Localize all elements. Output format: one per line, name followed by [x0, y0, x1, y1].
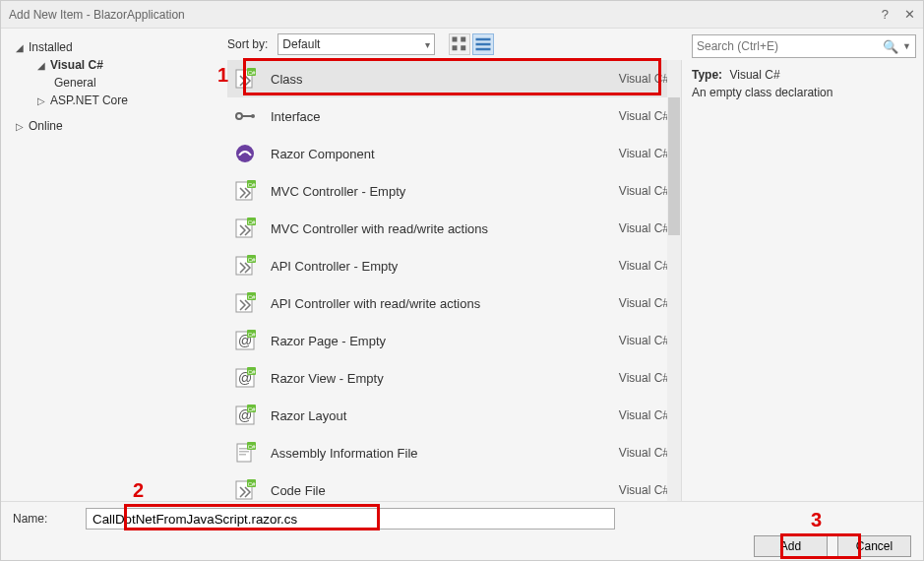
- name-row: Name:: [13, 508, 911, 530]
- grid-icon: [450, 32, 469, 56]
- svg-text:C#: C#: [248, 257, 256, 263]
- template-item[interactable]: C#API Controller - EmptyVisual C#: [227, 247, 681, 284]
- file-icon: C#: [233, 441, 257, 465]
- close-icon[interactable]: ✕: [904, 7, 915, 22]
- razor-at-icon: @C#: [233, 366, 257, 390]
- window-title: Add New Item - BlazorApplication: [9, 8, 882, 22]
- template-lang: Visual C#: [619, 259, 669, 273]
- tree-installed[interactable]: ◢ Installed: [13, 38, 216, 56]
- svg-point-12: [251, 114, 255, 118]
- template-lang: Visual C#: [619, 408, 669, 422]
- svg-rect-6: [476, 48, 491, 51]
- category-tree: ◢ Installed ◢ Visual C# General ▷ ASP.NE…: [1, 29, 227, 503]
- razor-at-icon: @C#: [233, 329, 257, 352]
- help-icon[interactable]: ?: [882, 7, 889, 22]
- titlebar: Add New Item - BlazorApplication ? ✕: [1, 1, 923, 29]
- scrollbar[interactable]: [667, 60, 681, 503]
- template-lang: Visual C#: [619, 483, 669, 497]
- bottom-bar: Name: Add Cancel: [1, 501, 923, 560]
- class-icon: C#: [233, 254, 257, 278]
- svg-text:C#: C#: [248, 294, 256, 300]
- search-input[interactable]: [697, 39, 883, 53]
- list-view-button[interactable]: [472, 33, 494, 55]
- svg-rect-0: [453, 37, 458, 42]
- grid-view-button[interactable]: [449, 33, 470, 55]
- template-item[interactable]: @C#Razor LayoutVisual C#: [227, 397, 681, 434]
- svg-rect-2: [453, 45, 458, 50]
- svg-rect-3: [462, 45, 466, 50]
- template-item[interactable]: C#Assembly Information FileVisual C#: [227, 434, 681, 471]
- template-lang: Visual C#: [619, 184, 669, 198]
- name-input[interactable]: [86, 508, 615, 530]
- template-item[interactable]: C#API Controller with read/write actions…: [227, 284, 681, 322]
- template-name: Razor Component: [271, 147, 619, 161]
- template-lang: Visual C#: [619, 109, 669, 123]
- titlebar-controls: ? ✕: [882, 7, 915, 22]
- svg-text:C#: C#: [248, 70, 256, 76]
- class-icon: C#: [233, 217, 257, 240]
- template-lang: Visual C#: [619, 296, 669, 310]
- tree-online[interactable]: ▷ Online: [13, 117, 216, 135]
- buttons-row: Add Cancel: [13, 535, 911, 557]
- template-name: Assembly Information File: [271, 446, 619, 461]
- tree-visual-cs[interactable]: ◢ Visual C#: [13, 56, 216, 74]
- template-name: MVC Controller with read/write actions: [271, 221, 619, 236]
- svg-rect-5: [476, 43, 491, 46]
- tree-label-installed: Installed: [27, 40, 73, 54]
- class-icon: C#: [233, 291, 257, 315]
- template-name: Razor View - Empty: [271, 371, 619, 386]
- template-item[interactable]: @C#Razor Page - EmptyVisual C#: [227, 322, 681, 359]
- template-name: Razor Page - Empty: [271, 334, 619, 348]
- type-value: Visual C#: [729, 68, 779, 82]
- center-panel: Sort by: Default ▾ C#ClassVisual C#Inter…: [227, 29, 682, 503]
- chevron-down-icon[interactable]: ▼: [902, 41, 911, 51]
- sort-by-dropdown[interactable]: Default ▾: [277, 33, 435, 55]
- view-buttons: [449, 33, 494, 55]
- tree-aspnet[interactable]: ▷ ASP.NET Core: [13, 92, 216, 109]
- template-item[interactable]: InterfaceVisual C#: [227, 97, 681, 135]
- template-lang: Visual C#: [619, 221, 669, 235]
- template-name: API Controller with read/write actions: [271, 296, 619, 311]
- list-icon: [473, 32, 493, 56]
- add-button[interactable]: Add: [754, 535, 828, 557]
- class-icon: C#: [233, 478, 257, 502]
- tree-label-general: General: [52, 76, 96, 90]
- template-lang: Visual C#: [619, 72, 669, 86]
- tree-label-online: Online: [27, 119, 63, 133]
- template-name: Interface: [271, 109, 619, 124]
- template-lang: Visual C#: [619, 446, 669, 460]
- tree-label-aspnet: ASP.NET Core: [48, 94, 128, 107]
- template-list[interactable]: C#ClassVisual C#InterfaceVisual C#Razor …: [227, 60, 682, 503]
- svg-rect-1: [462, 37, 466, 42]
- search-icon[interactable]: 🔍: [883, 39, 898, 54]
- svg-point-10: [236, 113, 242, 119]
- class-icon: C#: [233, 179, 257, 203]
- tree-general[interactable]: General: [13, 74, 216, 92]
- search-box[interactable]: 🔍 ▼: [692, 34, 916, 58]
- detail-description: An empty class declaration: [692, 86, 913, 99]
- template-item[interactable]: C#MVC Controller with read/write actions…: [227, 210, 681, 247]
- toolbar: Sort by: Default ▾: [227, 29, 682, 60]
- scrollbar-thumb[interactable]: [668, 97, 680, 235]
- svg-text:C#: C#: [248, 219, 256, 225]
- chevron-right-icon: ▷: [34, 95, 48, 106]
- svg-text:C#: C#: [248, 182, 256, 188]
- detail-pane: 🔍 ▼ Type: Visual C# An empty class decla…: [682, 29, 923, 503]
- template-name: Razor Layout: [271, 408, 619, 423]
- template-item[interactable]: C#ClassVisual C#: [227, 60, 681, 97]
- template-item[interactable]: @C#Razor View - EmptyVisual C#: [227, 359, 681, 397]
- svg-rect-4: [476, 38, 491, 41]
- detail-type-row: Type: Visual C#: [692, 68, 913, 82]
- cancel-button[interactable]: Cancel: [837, 535, 911, 557]
- template-item[interactable]: C#Code FileVisual C#: [227, 471, 681, 503]
- svg-rect-40: [239, 451, 249, 453]
- svg-text:C#: C#: [248, 406, 256, 412]
- template-item[interactable]: Razor ComponentVisual C#: [227, 135, 681, 172]
- svg-text:C#: C#: [248, 332, 256, 338]
- template-item[interactable]: C#MVC Controller - EmptyVisual C#: [227, 172, 681, 210]
- chevron-right-icon: ▷: [13, 121, 27, 132]
- type-label: Type:: [692, 68, 722, 82]
- template-lang: Visual C#: [619, 371, 669, 385]
- svg-point-13: [236, 145, 254, 162]
- template-name: Class: [271, 72, 619, 87]
